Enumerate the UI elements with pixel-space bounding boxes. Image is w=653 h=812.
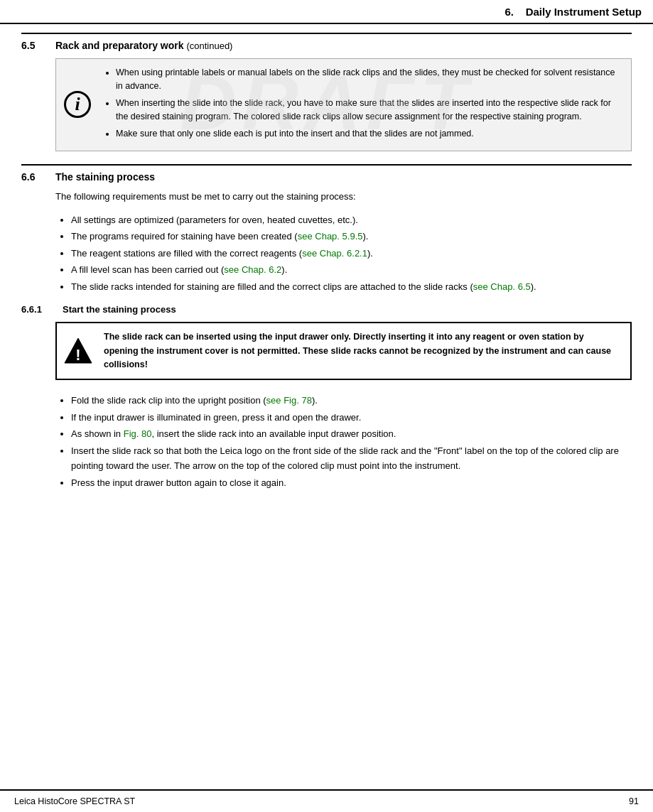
bullet-press-again: Press the input drawer button again to c…: [71, 475, 632, 490]
link-fig80[interactable]: Fig. 80: [124, 428, 152, 439]
svg-text:!: !: [75, 346, 80, 364]
section-6-6-intro: The following requirements must be met t…: [55, 190, 632, 204]
info-icon: i: [64, 91, 91, 118]
info-box: i When using printable labels or manual …: [55, 58, 632, 151]
section-6-6-num: 6.6: [21, 171, 47, 183]
section-6-5-heading: 6.5 Rack and preparatory work (continued…: [21, 33, 632, 51]
warning-icon-col: !: [57, 323, 99, 379]
section-6-5-num: 6.5: [21, 40, 47, 51]
section-6-6-heading: 6.6 The staining process: [21, 164, 632, 183]
page-footer: Leica HistoCore SPECTRA ST 91: [0, 789, 653, 812]
section-6-6-title: The staining process: [55, 171, 155, 183]
section-6-6-1-heading: 6.6.1 Start the staining process: [21, 304, 632, 315]
link-chap621[interactable]: see Chap. 6.2.1: [302, 248, 367, 259]
page-header: 6. Daily Instrument Setup: [0, 0, 653, 24]
info-bullet-3: Make sure that only one slide each is pu…: [116, 127, 621, 141]
info-bullet-2: When inserting the slide into the slide …: [116, 97, 621, 124]
section-6-6-1-title: Start the staining process: [63, 304, 176, 315]
chapter-num: 6.: [504, 6, 514, 18]
bullet-drawer-green: If the input drawer is illuminated in gr…: [71, 410, 632, 425]
bullet-1: All settings are optimized (parameters f…: [71, 212, 632, 227]
bullet-5: The slide racks intended for staining ar…: [71, 279, 632, 294]
warning-triangle-container: !: [63, 336, 93, 366]
section-6-6-1-num: 6.6.1: [21, 304, 55, 315]
info-bullet-1: When using printable labels or manual la…: [116, 66, 621, 94]
warning-icon: !: [63, 336, 93, 366]
footer-left: Leica HistoCore SPECTRA ST: [14, 796, 135, 806]
bullet-4: A fill level scan has been carried out (…: [71, 262, 632, 277]
footer-right: 91: [629, 796, 639, 806]
bullet-fig80: As shown in Fig. 80, insert the slide ra…: [71, 426, 632, 441]
continued-label: (continued): [186, 40, 232, 51]
link-chap62[interactable]: see Chap. 6.2: [224, 264, 281, 275]
link-chap595[interactable]: see Chap. 5.9.5: [298, 231, 363, 242]
info-icon-col: i: [56, 59, 99, 151]
bullet-fold: Fold the slide rack clip into the uprigh…: [71, 393, 632, 408]
warning-box: ! The slide rack can be inserted using t…: [55, 322, 632, 380]
info-bullet-list: When using printable labels or manual la…: [103, 66, 621, 141]
chapter-title: Daily Instrument Setup: [526, 6, 642, 18]
info-text-content: When using printable labels or manual la…: [99, 59, 631, 151]
section-6-5-title: Rack and preparatory work (continued): [55, 40, 232, 51]
bullet-2: The programs required for staining have …: [71, 229, 632, 244]
link-chap65[interactable]: see Chap. 6.5: [473, 281, 531, 292]
bullet-insert-leica: Insert the slide rack so that both the L…: [71, 443, 632, 474]
page-content: 6.5 Rack and preparatory work (continued…: [0, 24, 653, 514]
header-chapter: 6. Daily Instrument Setup: [504, 6, 642, 18]
link-fig78[interactable]: see Fig. 78: [266, 395, 312, 406]
warning-text: The slide rack can be inserted using the…: [99, 323, 630, 379]
bullet-3: The reagent stations are filled with the…: [71, 246, 632, 261]
section-6-6-1-bullets: Fold the slide rack clip into the uprigh…: [55, 393, 632, 490]
section-6-6-bullets: All settings are optimized (parameters f…: [55, 212, 632, 294]
